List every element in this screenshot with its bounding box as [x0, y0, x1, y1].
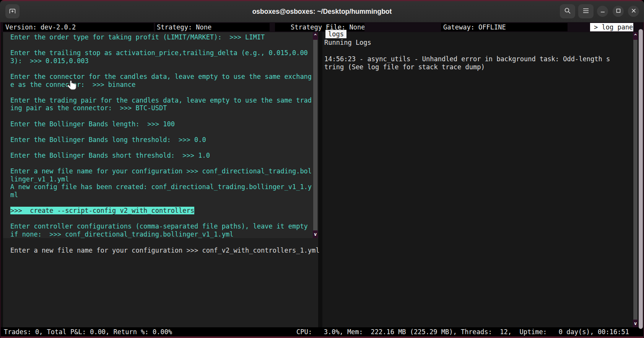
scroll-down-icon[interactable]: v [633, 320, 638, 327]
hummingbot-tui: Version: dev-2.0.2 Strategy: None Strate… [0, 22, 644, 338]
log-entries: 14:56:23 - async_utils - Unhandled error… [324, 55, 610, 71]
minimize-button[interactable] [597, 6, 608, 17]
trades-summary: Trades: 0, Total P&L: 0.00, Return %: 0.… [4, 327, 172, 336]
bottom-status-bar: Trades: 0, Total P&L: 0.00, Return %: 0.… [0, 327, 644, 336]
command-input-pane[interactable]: Enter a new file name for your configura… [3, 238, 318, 327]
terminal-window-scrollbar[interactable] [639, 29, 643, 329]
close-icon [631, 8, 636, 14]
minimize-icon [600, 8, 605, 14]
highlighted-command: >>> create --script-config v2_with_contr… [10, 207, 194, 214]
output-scrollbar-thumb[interactable] [313, 40, 317, 230]
scroll-up-icon[interactable]: ^ [313, 32, 318, 40]
terminal-paragraph: Enter the connector for the candles data… [10, 73, 312, 88]
maximize-button[interactable] [613, 6, 624, 17]
search-button[interactable] [560, 4, 575, 18]
hummingbot-status-bar: Version: dev-2.0.2 Strategy: None Strate… [0, 22, 644, 32]
terminal-output-pane: Enter the order type for taking profit (… [3, 32, 318, 238]
terminal-paragraph: Enter a new file name for your configura… [10, 167, 312, 199]
terminal-paragraph: >>> create --script-config v2_with_contr… [10, 207, 312, 215]
log-pane-title: Running Logs [324, 39, 371, 46]
search-icon [564, 7, 571, 15]
terminal-paragraph: Enter the Bollinger Bands long threshold… [10, 136, 312, 144]
log-pane-toggle[interactable]: > log pane [590, 23, 633, 31]
window-bottom-edge [0, 336, 644, 338]
terminal-paragraph: Enter the Bollinger Bands short threshol… [10, 152, 312, 160]
terminal-paragraph: Enter the trailing stop as activation_pr… [10, 49, 312, 65]
log-pane: logs Running Logs 14:56:23 - async_utils… [322, 32, 633, 327]
log-scrollbar-thumb[interactable] [633, 40, 637, 320]
hamburger-menu-icon [582, 8, 589, 15]
version-label: Version: dev-2.0.2 [3, 23, 154, 31]
command-input-line[interactable]: Enter a new file name for your configura… [10, 247, 331, 255]
window-title: osboxes@osboxes: ~/Desktop/hummingbot [252, 8, 392, 16]
terminal-output-text: Enter the order type for taking profit (… [10, 33, 312, 238]
system-stats: CPU: 3.0%, Mem: 222.16 MB (225.29 MB), T… [296, 327, 629, 336]
terminal-window: osboxes@osboxes: ~/Desktop/hummingbot [0, 0, 644, 338]
terminal-paragraph: Enter the trading pair for the candles d… [10, 96, 312, 112]
window-titlebar: osboxes@osboxes: ~/Desktop/hummingbot [0, 1, 644, 22]
new-tab-icon [9, 7, 16, 16]
terminal-paragraph: Enter the Bollinger Bands length: >>> 10… [10, 120, 312, 128]
log-pane-scrollbar: ^ v [633, 32, 638, 327]
strategy-label: Strategy: None [155, 23, 270, 31]
terminal-paragraph: Enter the order type for taking profit (… [10, 33, 312, 41]
log-entry: 14:56:23 - async_utils - Unhandled error… [324, 55, 610, 71]
close-button[interactable] [628, 6, 639, 17]
maximize-icon [616, 8, 621, 14]
new-tab-button[interactable] [5, 4, 20, 18]
output-pane-scrollbar: ^ v [313, 32, 318, 238]
terminal-paragraph: Enter controller configurations (comma-s… [10, 222, 312, 238]
menu-button[interactable] [578, 4, 594, 18]
scroll-up-icon[interactable]: ^ [633, 32, 638, 40]
window-left-edge [0, 22, 1, 338]
strategy-file-label: Strategy File: None [275, 23, 364, 31]
logs-tab[interactable]: logs [325, 30, 346, 38]
scroll-down-icon[interactable]: v [313, 230, 318, 238]
gateway-status-label: Gateway: OFFLINE [441, 23, 568, 31]
